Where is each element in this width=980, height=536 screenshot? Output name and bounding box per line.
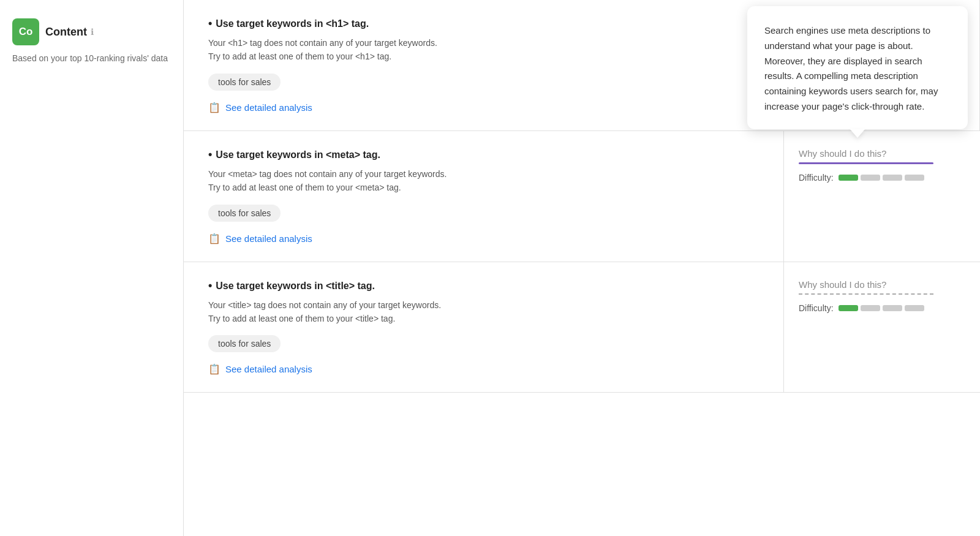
why-label-meta[interactable]: Why should I do this? bbox=[799, 148, 965, 159]
analysis-link-label-meta: See detailed analysis bbox=[225, 233, 312, 244]
difficulty-bar-title bbox=[839, 305, 924, 311]
row-meta: • Use target keywords in <meta> tag. You… bbox=[184, 131, 980, 262]
row-title: • Use target keywords in <title> tag. Yo… bbox=[184, 262, 980, 393]
diff-seg-t1 bbox=[839, 305, 858, 311]
analysis-link-label-h1: See detailed analysis bbox=[225, 102, 312, 113]
sidebar: Co Content ℹ Based on your top 10-rankin… bbox=[0, 0, 184, 536]
page-container: Co Content ℹ Based on your top 10-rankin… bbox=[0, 0, 980, 536]
row-meta-body: • Use target keywords in <meta> tag. You… bbox=[184, 131, 784, 262]
difficulty-row-meta: Difficulty: bbox=[799, 173, 965, 183]
analysis-link-label-title: See detailed analysis bbox=[225, 364, 312, 374]
diff-seg-3 bbox=[883, 175, 902, 181]
difficulty-row-title: Difficulty: bbox=[799, 303, 965, 313]
sidebar-header: Co Content ℹ bbox=[12, 18, 171, 45]
tooltip-arrow bbox=[850, 129, 865, 138]
diff-seg-2 bbox=[861, 175, 880, 181]
bullet-h1: • bbox=[208, 17, 212, 30]
analysis-link-icon-h1: 📋 bbox=[208, 102, 221, 113]
sidebar-title-row: Content ℹ bbox=[45, 26, 94, 39]
bullet-meta: • bbox=[208, 148, 212, 161]
keyword-tag-title: tools for sales bbox=[208, 335, 281, 352]
description-title: Your <title> tag does not contain any of… bbox=[208, 298, 764, 326]
difficulty-label-title: Difficulty: bbox=[799, 303, 834, 313]
item-title-title: • Use target keywords in <title> tag. bbox=[208, 279, 764, 292]
row-meta-sidebar: Why should I do this? Difficulty: bbox=[784, 131, 980, 262]
analysis-link-icon-meta: 📋 bbox=[208, 233, 221, 244]
item-title-meta: • Use target keywords in <meta> tag. bbox=[208, 148, 764, 161]
title-text-title: Use target keywords in <title> tag. bbox=[216, 281, 375, 292]
why-dashed-title bbox=[799, 293, 933, 295]
analysis-link-title[interactable]: 📋 See detailed analysis bbox=[208, 363, 764, 375]
row-title-sidebar: Why should I do this? Difficulty: bbox=[784, 262, 980, 393]
why-label-title[interactable]: Why should I do this? bbox=[799, 279, 965, 290]
info-icon[interactable]: ℹ bbox=[91, 27, 94, 37]
why-underline-meta bbox=[799, 162, 933, 164]
row-title-body: • Use target keywords in <title> tag. Yo… bbox=[184, 262, 784, 393]
sidebar-logo: Co bbox=[12, 18, 39, 45]
difficulty-label-meta: Difficulty: bbox=[799, 173, 834, 183]
title-text-meta: Use target keywords in <meta> tag. bbox=[216, 149, 380, 160]
difficulty-bar-meta bbox=[839, 175, 924, 181]
diff-seg-1 bbox=[839, 175, 858, 181]
keyword-tag-h1: tools for sales bbox=[208, 74, 281, 91]
analysis-link-meta[interactable]: 📋 See detailed analysis bbox=[208, 233, 764, 244]
keyword-tag-meta: tools for sales bbox=[208, 205, 281, 222]
diff-seg-t4 bbox=[905, 305, 924, 311]
analysis-link-icon-title: 📋 bbox=[208, 363, 221, 375]
main-content: • Use target keywords in <h1> tag. Your … bbox=[184, 0, 980, 536]
description-meta: Your <meta> tag does not contain any of … bbox=[208, 167, 764, 195]
diff-seg-t3 bbox=[883, 305, 902, 311]
sidebar-title: Content bbox=[45, 26, 87, 39]
sidebar-subtitle: Based on your top 10-ranking rivals' dat… bbox=[12, 53, 171, 65]
bullet-title: • bbox=[208, 279, 212, 292]
title-text-h1: Use target keywords in <h1> tag. bbox=[216, 18, 369, 29]
tooltip-text: Search engines use meta descriptions to … bbox=[764, 25, 938, 111]
row-h1: • Use target keywords in <h1> tag. Your … bbox=[184, 0, 980, 131]
diff-seg-4 bbox=[905, 175, 924, 181]
diff-seg-t2 bbox=[861, 305, 880, 311]
tooltip-box: Search engines use meta descriptions to … bbox=[747, 6, 968, 129]
